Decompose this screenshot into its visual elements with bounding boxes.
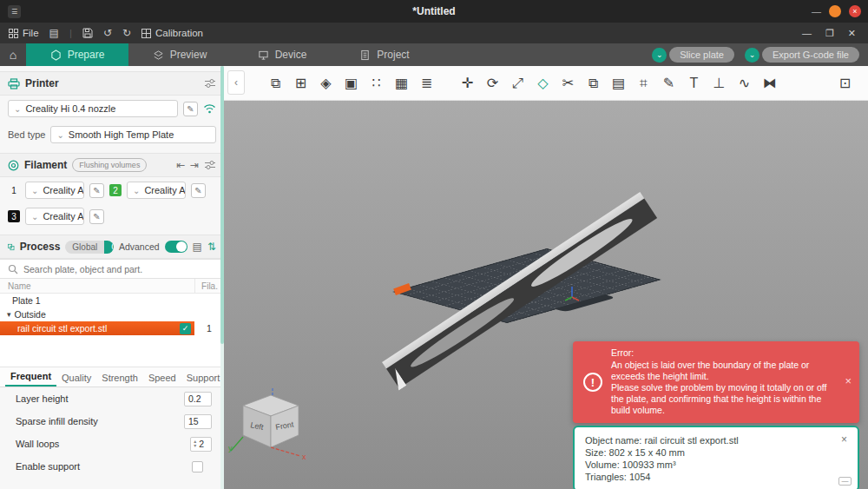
os-close-button[interactable]: × xyxy=(849,5,861,17)
collapse-sidebar-button[interactable]: ‹ xyxy=(227,70,245,95)
cut-icon[interactable]: ✂ xyxy=(556,75,581,91)
prepare-icon xyxy=(50,50,62,61)
clone-matrix-icon[interactable]: ∷ xyxy=(364,75,389,91)
sidebar: Printer ⌄ Creality Hi 0.4 nozzle ✎ Bed t… xyxy=(0,66,224,489)
fill-plate-icon[interactable]: ▦ xyxy=(389,75,414,91)
object-triangles: Triangles: 1054 xyxy=(585,471,835,483)
spin-down-icon[interactable]: ▾ xyxy=(194,444,196,448)
flushing-volumes-button[interactable]: Flushing volumes xyxy=(72,158,147,172)
assembly-icon[interactable]: ⧓ xyxy=(757,75,782,91)
calibration-menu[interactable]: Calibration xyxy=(141,28,203,38)
home-button[interactable]: ⌂ xyxy=(0,43,26,66)
edit-filament-3-button[interactable]: ✎ xyxy=(89,209,104,224)
tree-row-object-selected[interactable]: rail circuit stl export.stl ✓ 1 xyxy=(0,321,224,335)
remove-filament-icon[interactable]: ⇥ xyxy=(190,159,199,171)
slice-plate-button[interactable]: ⌄ Slice plate xyxy=(652,47,734,63)
auto-orient-icon[interactable]: ◈ xyxy=(313,75,339,91)
tab-project[interactable]: Project xyxy=(333,43,436,66)
sync-settings-icon[interactable]: ⇅ xyxy=(207,241,216,253)
rotate-icon[interactable]: ⟳ xyxy=(480,75,505,91)
tab-preview[interactable]: Preview xyxy=(128,43,231,66)
tree-row-outside[interactable]: ▾ Outside xyxy=(0,307,224,321)
expander-icon[interactable]: ▾ xyxy=(7,310,11,319)
fuzzy-skin-icon[interactable]: ∿ xyxy=(732,75,757,91)
os-maximize-button[interactable] xyxy=(829,5,841,17)
tree-row-plate[interactable]: Plate 1 xyxy=(0,294,224,307)
edit-filament-1-button[interactable]: ✎ xyxy=(89,183,104,198)
enable-support-checkbox[interactable] xyxy=(192,461,203,472)
arrange-plate-icon[interactable]: ⊡ xyxy=(832,75,858,91)
parameter-list-icon[interactable]: ▤ xyxy=(193,241,202,253)
wall-loops-stepper[interactable]: ▴▾ 2 xyxy=(190,437,212,452)
tab-frequent[interactable]: Frequent xyxy=(5,367,56,387)
filament-2-select[interactable]: ⌄ Creality ABS xyxy=(127,182,186,199)
lay-flat-icon[interactable]: ◇ xyxy=(530,75,556,91)
bed-type-select[interactable]: ⌄ Smooth High Temp Plate xyxy=(50,126,216,143)
clone-icon[interactable]: ⧉ xyxy=(581,76,606,91)
chevron-down-icon: ⌄ xyxy=(133,186,140,195)
object-visible-checkbox[interactable]: ✓ xyxy=(180,323,191,334)
align-objects-icon[interactable]: ≣ xyxy=(414,75,439,91)
os-minimize-button[interactable]: — xyxy=(812,6,821,17)
titlebar: ☰ *Untitled — × xyxy=(0,0,868,23)
tab-quality[interactable]: Quality xyxy=(56,369,96,387)
search-input[interactable] xyxy=(23,264,216,274)
bed-type-label: Bed type xyxy=(8,129,45,140)
filament-1-badge: 1 xyxy=(8,184,20,196)
chevron-down-icon: ⌄ xyxy=(14,104,21,114)
window-close-button[interactable]: ✕ xyxy=(848,28,856,39)
filament-1-select[interactable]: ⌄ Creality A... xyxy=(25,182,84,199)
filament-icon xyxy=(8,160,19,171)
redo-icon[interactable]: ↻ xyxy=(122,27,131,39)
object-name: Object name: rail circuit stl export.stl xyxy=(585,434,835,446)
edit-filament-2-button[interactable]: ✎ xyxy=(191,183,206,198)
support-paint-icon[interactable]: ⊥ xyxy=(707,75,732,91)
navigation-cube[interactable]: Left Front y x xyxy=(227,387,310,482)
filament-row-1: 1 ⌄ Creality A... ✎ 2 ⌄ Creality ABS ✎ xyxy=(0,177,224,203)
tab-strength[interactable]: Strength xyxy=(96,369,143,387)
label-objects-icon[interactable]: ▣ xyxy=(339,75,364,91)
add-model-icon[interactable]: ⧉ xyxy=(263,76,288,91)
export-dropdown-icon[interactable]: ⌄ xyxy=(745,48,760,63)
info-collapse-icon[interactable]: — xyxy=(838,477,852,486)
infill-density-input[interactable] xyxy=(184,414,212,429)
printer-settings-icon[interactable] xyxy=(204,78,216,89)
y-axis-label: y xyxy=(228,444,233,453)
scale-icon[interactable]: ⤢ xyxy=(505,76,530,91)
mesh-edit-icon[interactable]: ⌗ xyxy=(631,76,656,91)
file-menu[interactable]: File xyxy=(9,28,39,38)
tab-prepare[interactable]: Prepare xyxy=(26,43,128,66)
slice-dropdown-icon[interactable]: ⌄ xyxy=(652,48,667,63)
bed-type-row: Bed type ⌄ Smooth High Temp Plate xyxy=(0,122,224,148)
filament-settings-icon[interactable] xyxy=(204,160,216,170)
tab-device[interactable]: Device xyxy=(231,43,333,66)
scope-objects-button[interactable]: Objects xyxy=(104,241,114,254)
viewport[interactable]: ⧉ ⊞ ◈ ▣ ∷ ▦ ≣ ✛ ⟳ ⤢ ◇ ✂ ⧉ ▤ ⌗ ✎ xyxy=(224,66,868,489)
wifi-icon[interactable] xyxy=(203,103,216,114)
move-icon[interactable]: ✛ xyxy=(455,75,480,91)
add-filament-icon[interactable]: ⇤ xyxy=(176,159,185,171)
export-gcode-button[interactable]: ⌄ Export G-code file xyxy=(745,47,859,63)
window-minimize-button[interactable]: — xyxy=(802,28,812,39)
scope-global-button[interactable]: Global xyxy=(65,241,104,254)
info-close-icon[interactable]: × xyxy=(838,433,851,446)
edit-printer-button[interactable]: ✎ xyxy=(183,102,198,116)
seam-paint-icon[interactable]: ✎ xyxy=(656,75,681,91)
printer-select[interactable]: ⌄ Creality Hi 0.4 nozzle xyxy=(8,100,178,117)
process-scope-toggle: Global Objects xyxy=(65,241,114,254)
tab-support[interactable]: Support xyxy=(181,369,224,387)
save-icon[interactable] xyxy=(82,28,93,38)
tab-speed[interactable]: Speed xyxy=(143,369,181,387)
window-restore-button[interactable]: ❐ xyxy=(825,28,834,39)
advanced-toggle[interactable] xyxy=(165,241,187,253)
arrange-icon[interactable]: ⊞ xyxy=(288,75,313,91)
menu-list-icon[interactable]: ▤ xyxy=(49,27,59,39)
undo-icon[interactable]: ↺ xyxy=(103,27,112,39)
filament-3-select[interactable]: ⌄ Creality A... xyxy=(25,208,84,225)
preview-icon xyxy=(153,50,164,61)
error-toast: ! Error: An object is laid over the boun… xyxy=(573,341,859,423)
layer-height-input[interactable] xyxy=(184,392,212,406)
error-close-icon[interactable]: × xyxy=(845,375,852,387)
text-tool-icon[interactable]: T xyxy=(681,76,707,91)
variable-layer-icon[interactable]: ▤ xyxy=(606,75,631,91)
